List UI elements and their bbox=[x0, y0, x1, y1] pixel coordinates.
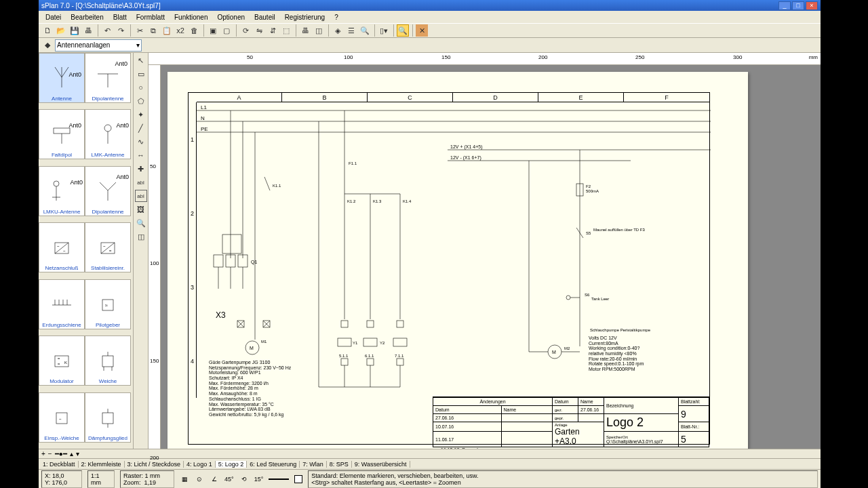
lib-item-stabil[interactable]: ~≈ Stabilisiereinr. bbox=[85, 222, 131, 272]
lib-item-antenne[interactable]: Ant0 Antenne bbox=[39, 53, 85, 103]
print2-icon[interactable]: 🖶 bbox=[299, 24, 311, 37]
measure-tool-icon[interactable]: ◫ bbox=[135, 230, 147, 243]
svg-text:≈: ≈ bbox=[58, 357, 60, 361]
tab-9[interactable]: 9: Wasserübersicht bbox=[352, 461, 410, 468]
text-tool-icon[interactable]: abl bbox=[135, 176, 147, 188]
list-icon[interactable]: ☰ bbox=[345, 24, 357, 37]
pointer-tool-icon[interactable]: ↖ bbox=[135, 54, 147, 66]
tab-1[interactable]: 1: Deckblatt bbox=[40, 461, 79, 468]
menu-funktionen[interactable]: Funktionen bbox=[170, 13, 212, 22]
exit-icon[interactable]: ✕ bbox=[416, 24, 428, 37]
undo-icon[interactable]: ↶ bbox=[101, 24, 113, 37]
line-tool-icon[interactable]: ╱ bbox=[135, 122, 147, 134]
lib-item-dipolantenne[interactable]: Ant0 Dipolantenne bbox=[85, 53, 131, 103]
miriorh-icon[interactable]: ⇋ bbox=[253, 24, 265, 37]
svg-text:S6: S6 bbox=[585, 293, 590, 297]
lib-item-dipol2[interactable]: Ant0 Dipolantenne bbox=[85, 166, 131, 216]
svg-text:12V -   (X1 6+7): 12V - (X1 6+7) bbox=[450, 155, 481, 161]
tab-7[interactable]: 7: Wlan bbox=[300, 461, 327, 468]
rect-tool-icon[interactable]: ▭ bbox=[135, 68, 147, 80]
maximize-button[interactable]: □ bbox=[792, 1, 804, 10]
rotate-icon[interactable]: ⟳ bbox=[239, 24, 252, 37]
canvas[interactable]: A B C D E F 1 2 3 4 bbox=[161, 65, 821, 449]
titlebar: sPlan 7.0 - [Q:\Schaltpläne\A3.0Yt.spl7]… bbox=[39, 0, 821, 11]
print-icon[interactable]: 🖶 bbox=[82, 24, 94, 37]
lib-item-lmku[interactable]: Ant0 LMKU-Antenne bbox=[39, 166, 85, 216]
menu-bearbeiten[interactable]: Bearbeiten bbox=[66, 13, 107, 22]
back-icon[interactable]: ▢ bbox=[220, 24, 233, 37]
up-icon[interactable]: ▴ bbox=[70, 450, 73, 458]
chevron-down-icon: ▾ bbox=[136, 41, 140, 49]
library-icon[interactable]: ◆ bbox=[41, 39, 54, 52]
slider-icon[interactable]: ━●━ bbox=[55, 450, 67, 458]
menu-bauteil[interactable]: Bauteil bbox=[250, 13, 279, 22]
plus-icon[interactable]: + bbox=[41, 450, 45, 458]
save-icon[interactable]: 💾 bbox=[68, 24, 81, 37]
lib-item-netz[interactable]: ~~ Netzanschluß bbox=[39, 222, 85, 272]
preview-icon[interactable]: ◫ bbox=[313, 24, 325, 37]
cut-icon[interactable]: ✂ bbox=[134, 24, 146, 37]
zoom-icon[interactable]: 🔍 bbox=[397, 24, 409, 37]
grid-icon[interactable]: ▦ bbox=[180, 474, 189, 484]
menu-optionen[interactable]: Optionen bbox=[213, 13, 249, 22]
menu-help[interactable]: ? bbox=[330, 13, 342, 22]
paste-icon[interactable]: 📋 bbox=[161, 24, 173, 37]
tab-8[interactable]: 8: SPS bbox=[327, 461, 352, 468]
lib-item-pilot[interactable]: ≈ Pilotgeber bbox=[85, 279, 131, 329]
minimize-button[interactable]: _ bbox=[778, 1, 791, 10]
menu-registrierung[interactable]: Registrierung bbox=[281, 13, 329, 22]
down-icon[interactable]: ▾ bbox=[76, 450, 79, 458]
copy-icon[interactable]: ⧉ bbox=[147, 24, 159, 37]
lib-item-daempf[interactable]: Dämpfungsglied bbox=[85, 392, 131, 443]
snap-icon[interactable]: ◈ bbox=[332, 24, 344, 37]
minus-icon[interactable]: − bbox=[48, 450, 52, 458]
special-tool-icon[interactable]: ✦ bbox=[135, 108, 147, 121]
bezier-tool-icon[interactable]: ∿ bbox=[135, 136, 147, 148]
lib-item-lmk[interactable]: Ant0 LMK-Antenne bbox=[85, 109, 131, 159]
menu-blatt[interactable]: Blatt bbox=[109, 13, 131, 22]
front-icon[interactable]: ▣ bbox=[207, 24, 219, 37]
svg-text:K1.3: K1.3 bbox=[373, 199, 382, 203]
menu-datei[interactable]: Datei bbox=[41, 13, 65, 22]
library-dropdown[interactable]: Antennenanlagen ▾ bbox=[55, 39, 142, 52]
svg-rect-62 bbox=[222, 235, 241, 253]
node-tool-icon[interactable]: ✚ bbox=[135, 163, 147, 175]
svg-text:≈: ≈ bbox=[105, 303, 108, 308]
page-icon[interactable]: ▯▾ bbox=[378, 24, 390, 37]
fillstyle-preview[interactable] bbox=[294, 475, 302, 483]
circle-tool-icon[interactable]: ○ bbox=[135, 81, 147, 94]
tool-column: ↖ ▭ ○ ⬠ ✦ ╱ ∿ ↔ ✚ abl abl 🖼 🔍 ◫ bbox=[134, 53, 149, 449]
textbox-tool-icon[interactable]: abl bbox=[135, 190, 147, 202]
image-tool-icon[interactable]: 🖼 bbox=[135, 203, 147, 216]
linestyle-preview[interactable] bbox=[269, 479, 289, 480]
tab-5[interactable]: 5: Logo 2 bbox=[216, 461, 248, 468]
svg-text:~: ~ bbox=[63, 249, 66, 253]
lib-item-modulator[interactable]: ≈≈K Modulator bbox=[39, 336, 85, 386]
dimension-tool-icon[interactable]: ↔ bbox=[135, 149, 147, 161]
lib-item-erdung[interactable]: Erdungsschiene bbox=[39, 279, 85, 329]
snap2-icon[interactable]: ⊙ bbox=[195, 474, 204, 484]
angle-icon[interactable]: ∠ bbox=[210, 474, 219, 484]
tab-6[interactable]: 6: Led Steuerung bbox=[247, 461, 300, 468]
zoom-tool-icon[interactable]: 🔍 bbox=[135, 217, 147, 229]
library-panel[interactable]: Ant0 Antenne Ant0 Dipolantenne Ant0 Falt… bbox=[39, 53, 134, 449]
redo-icon[interactable]: ↷ bbox=[115, 24, 127, 37]
menu-formblatt[interactable]: Formblatt bbox=[132, 13, 169, 22]
delete-icon[interactable]: 🗑 bbox=[188, 24, 200, 37]
lib-item-faltdipol[interactable]: Ant0 Faltdipol bbox=[39, 109, 85, 159]
mirrorv-icon[interactable]: ⇵ bbox=[267, 24, 279, 37]
poly-tool-icon[interactable]: ⬠ bbox=[135, 95, 147, 107]
open-icon[interactable]: 📂 bbox=[55, 24, 67, 37]
close-button[interactable]: × bbox=[806, 1, 818, 10]
group-icon[interactable]: ⬚ bbox=[280, 24, 292, 37]
lib-item-weiche[interactable]: Weiche bbox=[85, 336, 131, 386]
duplicate-icon[interactable]: x2 bbox=[174, 24, 186, 37]
lib-item-einsp[interactable]: ~ Einsp.-Weiche bbox=[39, 392, 85, 443]
tab-3[interactable]: 3: Licht / Steckdose bbox=[125, 461, 184, 468]
find-icon[interactable]: 🔍 bbox=[359, 24, 371, 37]
svg-text:Schlauchpumpe Peristaltikpumpe: Schlauchpumpe Peristaltikpumpe bbox=[590, 328, 651, 332]
tab-4[interactable]: 4: Logo 1 bbox=[184, 461, 216, 468]
tab-2[interactable]: 2: Klemmleiste bbox=[79, 461, 125, 468]
new-icon[interactable]: 🗋 bbox=[41, 24, 54, 37]
rotate2-icon[interactable]: ⟲ bbox=[239, 474, 249, 484]
